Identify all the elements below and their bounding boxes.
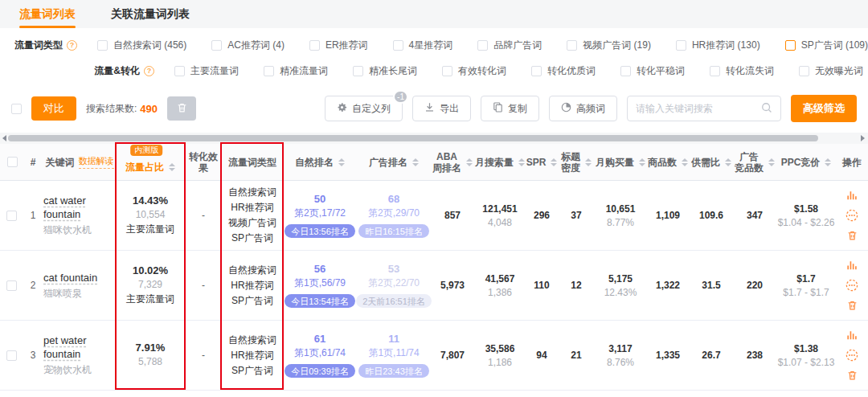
export-button[interactable]: 导出 <box>412 96 471 121</box>
col-header-spr[interactable]: SPR <box>526 144 558 180</box>
row-checkbox[interactable] <box>6 280 17 291</box>
copy-button[interactable]: 复制 <box>481 96 539 121</box>
col-header-buy[interactable]: 月购买量 <box>595 144 646 180</box>
rank-page[interactable]: 第2页,17/72 <box>294 207 346 220</box>
sort-icon[interactable] <box>725 158 731 166</box>
select-all-checkbox[interactable] <box>11 104 22 114</box>
col-header-prod[interactable]: 商品数 <box>646 144 690 180</box>
filter-option[interactable]: 有效转化词 <box>442 64 506 78</box>
rank-page[interactable]: 第2页,22/70 <box>368 276 420 290</box>
tab-related-traffic-words[interactable]: 关联流量词列表 <box>111 0 190 28</box>
checkbox-icon[interactable] <box>710 66 720 76</box>
checkbox-icon[interactable] <box>211 40 222 51</box>
filter-option[interactable]: 精准流量词 <box>264 64 328 78</box>
filter-option[interactable]: AC推荐词 (4) <box>211 39 285 52</box>
col-header-tdensity[interactable]: 标题密度 <box>558 144 595 180</box>
checkbox-icon[interactable] <box>676 40 686 51</box>
filter-option[interactable]: ER推荐词 <box>309 39 368 52</box>
ad-rank-cell[interactable]: 11第1页,11/74昨日23:43排名 <box>357 321 431 390</box>
row-checkbox[interactable] <box>6 211 17 221</box>
help-icon[interactable]: ? <box>144 66 154 76</box>
rank-page[interactable]: 第1页,61/74 <box>294 346 346 360</box>
filter-option[interactable]: 精准长尾词 <box>353 64 417 78</box>
scrollbar-thumb[interactable] <box>8 135 818 141</box>
filter-option[interactable]: 品牌广告词 <box>477 39 542 52</box>
natural-rank-cell[interactable]: 61第1页,61/74今日09:39排名 <box>283 321 357 390</box>
checkbox-icon[interactable] <box>309 40 320 51</box>
sort-icon[interactable] <box>639 158 645 166</box>
trend-chart-icon[interactable] <box>846 190 858 201</box>
scroll-right-icon[interactable] <box>861 135 865 141</box>
rank-number[interactable]: 50 <box>314 193 326 205</box>
sort-icon[interactable] <box>466 158 473 166</box>
checkbox-icon[interactable] <box>97 40 108 51</box>
delete-icon[interactable] <box>847 300 858 311</box>
trend-chart-icon[interactable] <box>846 329 858 341</box>
trend-chart-icon[interactable] <box>846 260 858 271</box>
col-header-share[interactable]: 内测版流量占比 <box>116 144 185 180</box>
filter-option[interactable]: 自然搜索词 (456) <box>97 39 186 52</box>
more-actions-icon[interactable] <box>845 279 858 292</box>
sort-icon[interactable] <box>682 158 688 166</box>
header-checkbox[interactable] <box>7 157 18 167</box>
keyword-text[interactable]: pet water fountain <box>43 334 116 361</box>
ad-rank-cell[interactable]: 68第2页,29/70昨日16:15排名 <box>357 181 431 250</box>
filter-option[interactable]: HR推荐词 (130) <box>676 39 760 52</box>
checkbox-icon[interactable] <box>174 66 185 76</box>
filter-option[interactable]: 无效曝光词 <box>799 64 863 78</box>
keyword-search-input[interactable] <box>636 103 756 114</box>
sort-icon[interactable] <box>412 158 419 166</box>
rank-number[interactable]: 53 <box>388 263 399 275</box>
col-header-arank[interactable]: 广告排名 <box>357 144 431 180</box>
customize-columns-button[interactable]: 自定义列 -1 <box>325 96 403 121</box>
search-icon[interactable] <box>761 102 772 116</box>
sort-icon[interactable] <box>768 158 775 166</box>
col-header-adcomp[interactable]: 广告竞品数 <box>733 144 776 180</box>
checkbox-icon[interactable] <box>442 66 452 76</box>
checkbox-icon[interactable] <box>264 66 274 76</box>
tab-traffic-words[interactable]: 流量词列表 <box>19 0 76 28</box>
checkbox-icon[interactable] <box>799 66 809 76</box>
checkbox-icon[interactable] <box>620 66 631 76</box>
data-explain-link[interactable]: 数据解读 <box>79 155 114 169</box>
high-frequency-words-button[interactable]: 高频词 <box>549 96 617 121</box>
advanced-filter-button[interactable]: 高级筛选 <box>791 95 857 122</box>
sort-icon[interactable] <box>551 158 557 166</box>
col-header-ppc[interactable]: PPC竞价 <box>776 144 836 180</box>
delete-icon[interactable] <box>847 370 858 381</box>
keyword-text[interactable]: cat water fountain <box>43 194 116 221</box>
rank-number[interactable]: 61 <box>314 333 326 345</box>
more-actions-icon[interactable] <box>845 349 858 362</box>
rank-number[interactable]: 11 <box>388 333 399 345</box>
filter-option[interactable]: SP广告词 (109) <box>785 39 868 52</box>
checkbox-icon[interactable] <box>531 66 542 76</box>
filter-option[interactable]: 转化流失词 <box>710 64 774 78</box>
filter-option[interactable]: 4星推荐词 <box>393 39 453 52</box>
sort-icon[interactable] <box>825 158 831 166</box>
sort-icon[interactable] <box>518 158 525 166</box>
keyword-text[interactable]: cat fountain <box>43 271 97 284</box>
filter-option[interactable]: 主要流量词 <box>174 64 239 78</box>
delete-icon[interactable] <box>847 230 858 241</box>
rank-page[interactable]: 第1页,11/74 <box>368 346 419 360</box>
scroll-left-icon[interactable] <box>2 135 6 141</box>
compare-button[interactable]: 对比 <box>31 96 76 121</box>
filter-option[interactable]: 转化优质词 <box>531 64 596 78</box>
col-header-vol[interactable]: 月搜索量 <box>474 144 526 180</box>
checkbox-icon[interactable] <box>393 40 403 51</box>
rank-page[interactable]: 第2页,29/70 <box>368 207 420 220</box>
col-header-aba[interactable]: ABA周排名 <box>431 144 474 180</box>
horizontal-scrollbar[interactable] <box>0 133 868 144</box>
checkbox-icon[interactable] <box>477 40 488 51</box>
rank-number[interactable]: 68 <box>388 193 399 205</box>
checkbox-icon[interactable] <box>353 66 363 76</box>
sort-icon[interactable] <box>585 158 592 166</box>
natural-rank-cell[interactable]: 50第2页,17/72今日13:56排名 <box>283 181 357 250</box>
col-header-nrank[interactable]: 自然排名 <box>283 144 357 180</box>
checkbox-icon[interactable] <box>567 40 577 51</box>
rank-page[interactable]: 第1页,56/79 <box>294 276 346 290</box>
checkbox-icon[interactable] <box>785 40 796 51</box>
clear-button[interactable] <box>167 96 196 121</box>
rank-number[interactable]: 56 <box>314 263 326 275</box>
col-header-supply[interactable]: 供需比 <box>690 144 733 180</box>
